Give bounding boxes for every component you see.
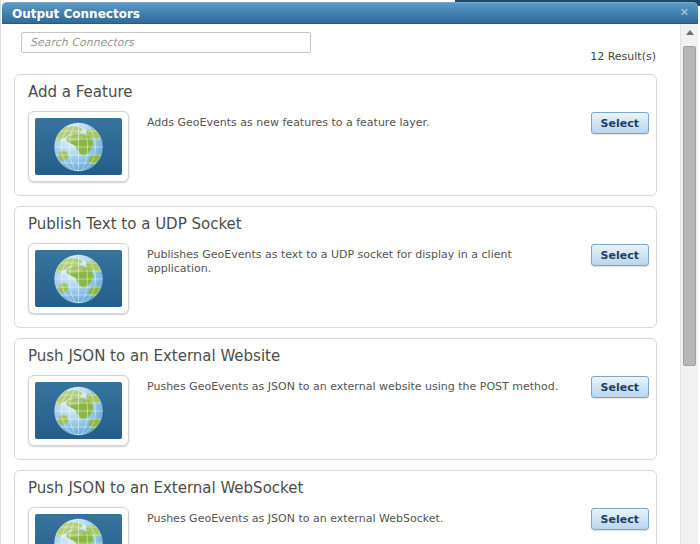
connector-thumbnail	[28, 111, 129, 182]
dialog-left-border	[0, 0, 1, 544]
globe-icon	[35, 382, 122, 439]
scroll-up-button[interactable]	[681, 24, 698, 41]
connector-card: Add a Feature Adds GeoEvents as new feat…	[14, 74, 657, 196]
connector-title: Publish Text to a UDP Socket	[28, 215, 242, 233]
connector-title: Push JSON to an External Website	[28, 347, 280, 365]
results-count: 12 Result(s)	[590, 50, 656, 63]
close-icon[interactable]: ✕	[680, 6, 689, 20]
select-button[interactable]: Select	[591, 376, 649, 398]
select-button[interactable]: Select	[591, 112, 649, 134]
arrow-up-icon	[686, 30, 694, 35]
connector-title: Add a Feature	[28, 83, 132, 101]
connector-card: Publish Text to a UDP Socket Publishes G…	[14, 206, 657, 328]
connector-card: Push JSON to an External WebSocket Pushe…	[14, 470, 657, 544]
search-input[interactable]	[21, 32, 311, 53]
output-connectors-dialog: Output Connectors ✕ 12 Result(s) Add a F…	[0, 0, 700, 544]
select-button[interactable]: Select	[591, 508, 649, 530]
connector-description: Pushes GeoEvents as JSON to an external …	[147, 512, 564, 526]
connector-title: Push JSON to an External WebSocket	[28, 479, 303, 497]
connector-thumbnail	[28, 243, 129, 314]
scrollbar-track[interactable]	[680, 24, 698, 544]
connector-thumbnail	[28, 375, 129, 446]
connector-description: Pushes GeoEvents as JSON to an external …	[147, 380, 564, 394]
connector-card: Push JSON to an External Website Pushes …	[14, 338, 657, 460]
dialog-title: Output Connectors	[12, 3, 140, 25]
connector-thumbnail	[28, 507, 129, 544]
select-button[interactable]: Select	[591, 244, 649, 266]
globe-icon	[35, 514, 122, 544]
scrollbar-thumb[interactable]	[683, 46, 696, 366]
connector-description: Publishes GeoEvents as text to a UDP soc…	[147, 248, 564, 276]
globe-icon	[35, 118, 122, 175]
globe-icon	[35, 250, 122, 307]
connector-description: Adds GeoEvents as new features to a feat…	[147, 116, 564, 130]
connector-list: Add a Feature Adds GeoEvents as new feat…	[14, 74, 657, 544]
dialog-titlebar: Output Connectors ✕	[2, 2, 698, 24]
